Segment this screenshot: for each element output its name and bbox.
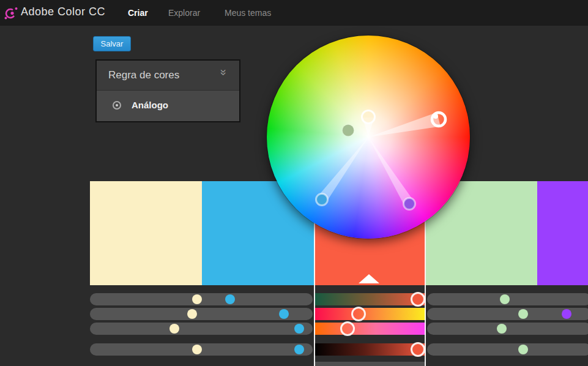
- color-wheel-area: [267, 35, 470, 239]
- wheel-marker-main-dot: [433, 114, 438, 119]
- top-bar: Adobe Color CC Criar Explorar Meus temas: [0, 0, 588, 26]
- slider-handle-green-r[interactable]: [500, 294, 510, 304]
- selected-swatch-pointer-icon: [359, 274, 379, 283]
- wheel-marker-purple[interactable]: [404, 198, 415, 210]
- slider-track-selected-g[interactable]: [314, 308, 426, 320]
- swatch-purple[interactable]: [537, 181, 588, 285]
- slider-track-right-b[interactable]: [427, 323, 588, 335]
- slider-handle-cream-r[interactable]: [192, 294, 202, 304]
- rule-item-analogo[interactable]: Análogo: [97, 91, 239, 121]
- slider-handle-blue-brightness[interactable]: [294, 345, 304, 354]
- slider-handle-blue-b[interactable]: [294, 324, 304, 334]
- slider-handle-blue-r[interactable]: [225, 294, 235, 304]
- tab-criar[interactable]: Criar: [128, 8, 148, 18]
- wheel-marker-green[interactable]: [343, 125, 354, 136]
- adobe-color-logo-icon[interactable]: [4, 6, 18, 20]
- slider-track-left-g[interactable]: [90, 308, 313, 320]
- slider-handle-green-g[interactable]: [518, 309, 528, 319]
- wheel-marker-cream[interactable]: [362, 111, 375, 124]
- slider-track-left-brightness[interactable]: [90, 343, 313, 356]
- slider-handle-cream-brightness[interactable]: [192, 345, 202, 354]
- tab-explorar[interactable]: Explorar: [168, 8, 200, 18]
- slider-track-right-brightness[interactable]: [427, 343, 588, 356]
- selected-hex-field-edge[interactable]: [315, 362, 425, 366]
- slider-track-selected-brightness[interactable]: [314, 343, 426, 356]
- slider-handle-cream-b[interactable]: [169, 324, 179, 334]
- rule-item-label: Análogo: [132, 100, 168, 110]
- spoke-bottom-left: [318, 137, 368, 203]
- slider-handle-green-b[interactable]: [497, 324, 507, 334]
- slider-handle-selected-r[interactable]: [411, 292, 425, 307]
- slider-track-selected-b[interactable]: [314, 323, 426, 335]
- adobe-color-app: Adobe Color CC Criar Explorar Meus temas…: [0, 0, 588, 366]
- chevron-double-down-icon: »: [217, 69, 231, 80]
- slider-track-right-g[interactable]: [427, 308, 588, 320]
- color-rule-dropdown[interactable]: Regra de cores »: [97, 61, 239, 91]
- slider-handle-blue-g[interactable]: [279, 309, 289, 319]
- slider-track-selected-r[interactable]: [314, 293, 426, 305]
- slider-handle-purple-g[interactable]: [562, 309, 571, 319]
- wheel-marker-blue[interactable]: [316, 194, 328, 206]
- wheel-markers-overlay: [267, 35, 470, 239]
- spoke-bottom-right: [368, 137, 414, 206]
- tab-meus-temas[interactable]: Meus temas: [225, 8, 271, 18]
- app-title: Adobe Color CC: [21, 6, 105, 18]
- slider-track-right-r[interactable]: [427, 293, 588, 305]
- save-button[interactable]: Salvar: [93, 36, 131, 51]
- spoke-main: [368, 112, 441, 137]
- color-rule-title: Regra de cores: [108, 69, 179, 81]
- slider-handle-green-brightness[interactable]: [518, 345, 528, 354]
- slider-handle-selected-g[interactable]: [351, 307, 366, 321]
- slider-handle-selected-brightness[interactable]: [411, 342, 425, 357]
- slider-track-left-b[interactable]: [90, 323, 313, 335]
- color-rule-panel: Regra de cores » Análogo: [95, 59, 240, 122]
- slider-track-left-r[interactable]: [90, 293, 313, 305]
- radio-selected-icon: [113, 101, 121, 110]
- swatch-cream[interactable]: [90, 181, 202, 285]
- slider-handle-selected-b[interactable]: [340, 321, 355, 336]
- slider-handle-cream-g[interactable]: [187, 309, 197, 319]
